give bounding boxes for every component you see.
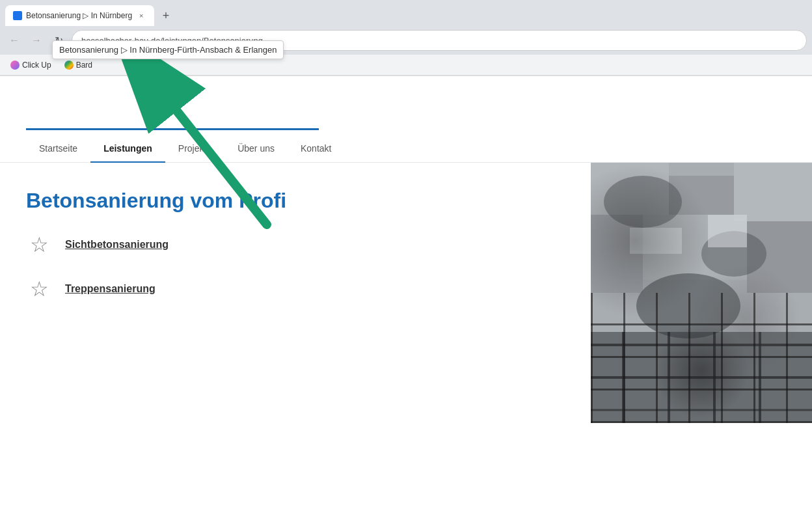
svg-point-12 xyxy=(701,231,766,277)
nav-ueber-uns[interactable]: Über uns xyxy=(224,135,288,163)
service-link-sichtbeton[interactable]: Sichtbetonsanierung xyxy=(65,239,169,251)
bookmark-clickup[interactable]: Click Up xyxy=(5,59,57,72)
svg-rect-5 xyxy=(591,163,669,215)
tab-bar: Betonsanierung ▷ In Nürnberg × + xyxy=(0,0,812,26)
star-icon-1: ☆ xyxy=(26,232,52,257)
bard-icon xyxy=(64,61,74,70)
page-heading: Betonsanierung vom Profi xyxy=(26,189,565,213)
star-icon-2: ☆ xyxy=(26,277,52,301)
svg-rect-9 xyxy=(643,215,747,280)
nav-kontakt[interactable]: Kontakt xyxy=(288,135,344,163)
site-navigation: Startseite Leistungen Projekte Über uns … xyxy=(0,135,812,163)
back-button[interactable]: ← xyxy=(5,31,23,49)
browser-chrome: Betonsanierung ▷ In Nürnberg × + ← → ↻ h… xyxy=(0,0,812,75)
svg-rect-14 xyxy=(630,228,682,254)
bookmark-bard[interactable]: Bard xyxy=(59,59,98,72)
tab-favicon xyxy=(13,11,22,20)
concrete-image xyxy=(591,163,812,423)
new-tab-button[interactable]: + xyxy=(157,7,175,25)
svg-rect-4 xyxy=(591,163,812,423)
concrete-texture xyxy=(591,163,812,423)
nav-leistungen[interactable]: Leistungen xyxy=(90,135,165,163)
forward-button[interactable]: → xyxy=(27,31,46,49)
svg-point-11 xyxy=(604,176,682,228)
service-link-treppen[interactable]: Treppensanierung xyxy=(65,283,156,295)
site-main-content: Betonsanierung vom Profi ☆ Sichtbetonsan… xyxy=(0,163,812,423)
svg-rect-23 xyxy=(591,332,812,423)
service-item-treppen: ☆ Treppensanierung xyxy=(26,277,565,301)
active-tab[interactable]: Betonsanierung ▷ In Nürnberg × xyxy=(5,5,154,26)
content-area: Betonsanierung vom Profi ☆ Sichtbetonsan… xyxy=(0,163,591,423)
service-item-sichtbeton: ☆ Sichtbetonsanierung xyxy=(26,232,565,257)
svg-rect-15 xyxy=(708,215,747,247)
nav-projekte[interactable]: Projekte xyxy=(165,135,224,163)
tab-title: Betonsanierung ▷ In Nürnberg xyxy=(26,11,132,20)
svg-rect-8 xyxy=(591,215,643,293)
concrete-svg xyxy=(591,163,812,423)
svg-rect-7 xyxy=(734,163,812,221)
clickup-icon xyxy=(10,61,20,70)
svg-point-13 xyxy=(636,273,740,338)
blue-divider-line xyxy=(26,128,319,130)
website-content: HBS Hesselbacher Bau Auf Zukunft bauen S… xyxy=(0,75,812,520)
svg-rect-6 xyxy=(669,176,734,215)
nav-startseite[interactable]: Startseite xyxy=(26,135,90,163)
tab-close-button[interactable]: × xyxy=(136,10,146,21)
svg-rect-10 xyxy=(747,221,812,293)
bookmark-clickup-label: Click Up xyxy=(22,61,51,70)
url-tooltip: Betonsanierung ▷ In Nürnberg-Fürth-Ansba… xyxy=(52,40,284,59)
bookmark-bard-label: Bard xyxy=(76,61,92,70)
